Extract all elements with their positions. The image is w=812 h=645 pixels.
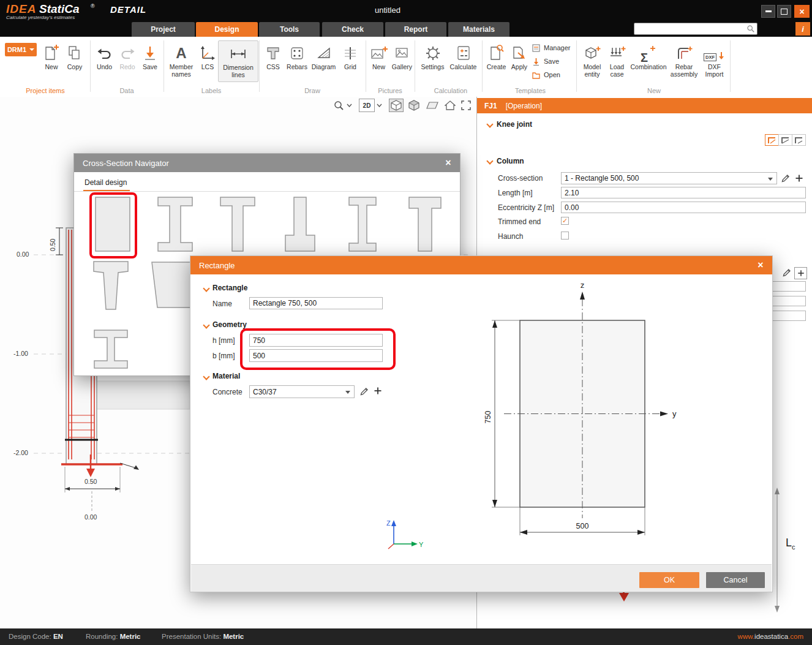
picture-new-button[interactable]: New <box>368 40 389 81</box>
rectangle-dialog-title-bar[interactable]: Rectangle <box>190 256 772 274</box>
lcs-button[interactable]: LCS <box>198 40 217 81</box>
cross-section-thumbnail-t[interactable] <box>214 195 261 253</box>
cross-section-thumbnail-t-thick[interactable] <box>402 195 448 253</box>
knee-joint-type-3-button[interactable] <box>792 134 806 146</box>
template-apply-button[interactable]: Apply <box>508 40 530 81</box>
zoom-dropdown-chevron[interactable] <box>346 99 353 111</box>
geometry-section-chevron[interactable] <box>203 322 209 328</box>
knee-joint-collapse-chevron[interactable] <box>486 121 493 127</box>
tab-project[interactable]: Project <box>132 22 195 37</box>
dxf-import-button[interactable]: DXF DXF Import <box>700 40 729 81</box>
canvas-view-toolbar: 2D <box>333 99 472 111</box>
chevron-down-icon <box>768 178 773 181</box>
manager-icon <box>532 43 541 53</box>
maximize-button[interactable] <box>777 5 791 18</box>
title-bar: IDEA StatiCa ® Calculate yesterday's est… <box>0 0 812 21</box>
concrete-edit-button[interactable] <box>359 387 369 399</box>
navigator-title-bar[interactable]: Cross-Section Navigator <box>74 154 460 172</box>
hidden-row-add-button[interactable] <box>794 267 807 279</box>
concrete-add-button[interactable] <box>374 387 382 398</box>
website-link[interactable]: www.ideastatica.com <box>738 633 803 640</box>
rectangle-dialog-close-button[interactable]: × <box>755 260 766 271</box>
calculate-button[interactable]: Calculate <box>448 40 479 81</box>
home-icon <box>445 100 456 111</box>
close-button[interactable]: × <box>794 5 810 18</box>
tab-check[interactable]: Check <box>322 22 383 37</box>
template-save-button[interactable]: Save <box>532 56 576 67</box>
concrete-select[interactable]: C30/37 <box>249 385 355 398</box>
new-project-item-button[interactable]: New <box>40 40 62 81</box>
section-column: Column <box>497 157 524 165</box>
close-icon: × <box>799 7 804 16</box>
dxf-icon: DXF <box>700 40 729 61</box>
hidden-row-edit-button[interactable] <box>782 268 792 280</box>
cross-section-icon <box>262 40 284 61</box>
material-section-chevron[interactable] <box>203 373 209 380</box>
undo-button[interactable]: Undo <box>93 40 116 81</box>
rebars-button[interactable]: Rebars <box>285 40 309 81</box>
redo-button[interactable]: Redo <box>116 40 138 81</box>
tab-design[interactable]: Design <box>196 22 258 37</box>
haunch-checkbox[interactable] <box>561 232 569 240</box>
view-2d-button[interactable]: 2D <box>359 99 375 112</box>
tab-materials[interactable]: Materials <box>448 22 509 37</box>
search-input[interactable] <box>634 23 757 35</box>
tab-tools[interactable]: Tools <box>259 22 320 37</box>
home-view-button[interactable] <box>444 99 456 111</box>
close-icon: × <box>757 260 763 270</box>
gallery-button[interactable]: Gallery <box>390 40 414 81</box>
maximize-icon <box>781 9 788 15</box>
grid-button[interactable]: Grid <box>338 40 363 81</box>
knee-joint-type-1-button[interactable] <box>765 134 779 146</box>
settings-button[interactable]: Settings <box>418 40 447 81</box>
rectangle-section-chevron[interactable] <box>203 285 209 292</box>
drm1-dropdown[interactable]: DRM1 <box>5 43 37 56</box>
cross-section-edit-button[interactable] <box>781 173 791 186</box>
cross-section-thumbnail-i-narrow[interactable] <box>339 195 386 253</box>
trimmed-end-checkbox[interactable]: ✓ <box>561 217 569 225</box>
model-entity-button[interactable]: Model entity <box>579 40 605 81</box>
save-button[interactable]: Save <box>139 40 161 81</box>
ok-button[interactable]: OK <box>639 572 699 588</box>
solid-view-button[interactable] <box>407 99 421 111</box>
cross-section-thumbnail-tapered-t[interactable] <box>88 260 134 311</box>
tab-detail-design[interactable]: Detail design <box>85 178 127 187</box>
cross-section-thumbnail-i-beam[interactable] <box>88 328 134 371</box>
letter-a-icon: A <box>165 40 197 61</box>
cancel-button[interactable]: Cancel <box>706 572 765 588</box>
ribbon-tab-row: Project Design Tools Check Report Materi… <box>0 21 812 37</box>
length-input[interactable] <box>561 187 806 198</box>
info-button[interactable]: i <box>795 22 810 36</box>
save-template-icon <box>532 57 541 66</box>
template-create-button[interactable]: Create <box>485 40 508 81</box>
zoom-extents-button[interactable] <box>460 99 472 111</box>
view-2d-dropdown-chevron[interactable] <box>376 99 383 111</box>
diagram-button[interactable]: Diagram <box>310 40 337 81</box>
member-names-button[interactable]: A Member names <box>165 40 197 81</box>
copy-button[interactable]: Copy <box>63 40 86 81</box>
load-case-button[interactable]: Load case <box>606 40 628 81</box>
tab-report[interactable]: Report <box>385 22 446 37</box>
name-input[interactable] <box>249 297 383 309</box>
cross-section-thumbnail-i-wide[interactable] <box>152 195 198 253</box>
combination-button[interactable]: Σ Combination <box>630 40 667 81</box>
magnifier-icon <box>333 100 344 111</box>
css-button[interactable]: CSS <box>262 40 284 81</box>
column-collapse-chevron[interactable] <box>486 157 493 164</box>
zoom-tool-button[interactable] <box>333 99 345 111</box>
eccentricity-input[interactable] <box>561 202 806 213</box>
template-open-button[interactable]: Open <box>532 69 576 80</box>
knee-joint-type-2-button[interactable] <box>778 134 792 146</box>
apply-template-icon <box>508 40 530 61</box>
cross-section-select[interactable]: 1 - Rectangle 500, 500 <box>561 172 777 184</box>
cross-section-add-button[interactable] <box>795 174 803 185</box>
template-manager-button[interactable]: Manager <box>532 42 576 53</box>
axonometry-view-button[interactable] <box>389 99 404 112</box>
dimension-lines-button[interactable]: Dimension lines <box>218 40 258 82</box>
axis-zero-label: 0.00 <box>85 513 97 521</box>
plane-view-button[interactable] <box>426 99 439 111</box>
cross-section-thumbnail-inverted-t[interactable] <box>277 195 323 253</box>
navigator-close-button[interactable]: × <box>443 157 454 168</box>
rebar-assembly-button[interactable]: Rebar assembly <box>669 40 699 81</box>
minimize-button[interactable] <box>761 5 775 18</box>
